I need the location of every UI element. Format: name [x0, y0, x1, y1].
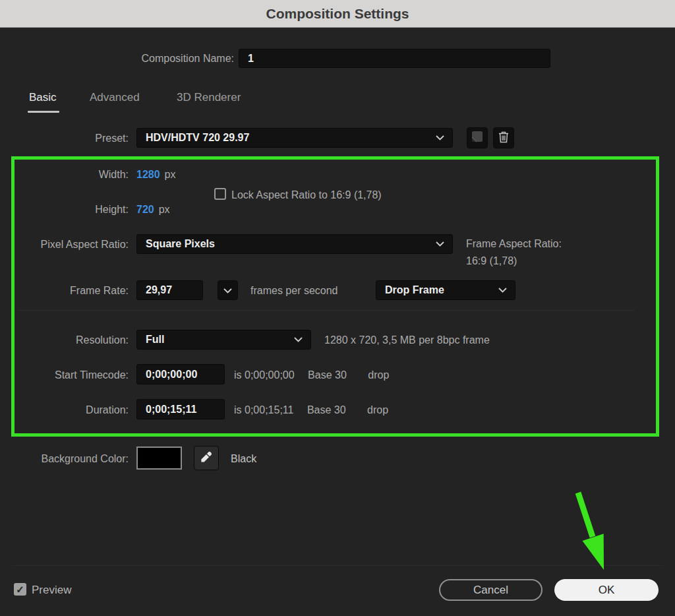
- frame-rate-value: 29,97: [137, 284, 172, 296]
- lock-aspect-ratio-checkbox[interactable]: [214, 188, 226, 200]
- duration-input[interactable]: 0;00;15;11: [136, 399, 225, 419]
- start-timecode-value: 0;00;00;00: [137, 369, 197, 381]
- frame-rate-label: Frame Rate:: [0, 284, 129, 298]
- width-value-field[interactable]: 1280px: [136, 168, 176, 182]
- background-color-label: Background Color:: [0, 452, 129, 466]
- lock-aspect-ratio-label: Lock Aspect Ratio to 16:9 (1,78): [231, 188, 382, 202]
- chevron-down-icon: [498, 288, 507, 293]
- ok-button[interactable]: OK: [554, 579, 659, 601]
- frame-aspect-ratio-value: 16:9 (1,78): [466, 253, 562, 270]
- drop-frame-value: Drop Frame: [376, 284, 444, 296]
- save-preset-button[interactable]: [467, 127, 488, 148]
- height-value-field[interactable]: 720px: [136, 202, 170, 217]
- frame-rate-input[interactable]: 29,97: [136, 280, 203, 300]
- width-unit: px: [165, 169, 176, 180]
- frame-aspect-ratio-label: Frame Aspect Ratio:: [466, 235, 562, 253]
- tab-advanced[interactable]: Advanced: [90, 91, 140, 104]
- chevron-down-icon: [436, 135, 444, 140]
- drop-frame-dropdown[interactable]: Drop Frame: [376, 280, 515, 300]
- composition-name-value: 1: [239, 53, 254, 65]
- duration-base: Base 30: [307, 404, 346, 416]
- eyedropper-icon: [200, 450, 213, 466]
- height-unit: px: [159, 204, 170, 215]
- background-color-name: Black: [231, 452, 256, 466]
- tab-3d-renderer[interactable]: 3D Renderer: [177, 91, 241, 104]
- tab-basic-underline: [28, 111, 59, 113]
- start-timecode-is: is 0;00;00;00: [234, 369, 295, 381]
- composition-settings-dialog: Composition Settings Composition Name: 1…: [0, 0, 675, 616]
- height-label: Height:: [0, 202, 129, 217]
- section-divider: [18, 310, 634, 311]
- dialog-title: Composition Settings: [266, 6, 409, 22]
- start-timecode-base: Base 30: [308, 369, 347, 381]
- chevron-down-icon: [223, 284, 232, 296]
- frames-per-second-label: frames per second: [250, 284, 338, 298]
- preview-label: Preview: [32, 583, 71, 598]
- composition-name-label: Composition Name:: [0, 51, 234, 66]
- duration-label: Duration:: [0, 403, 129, 417]
- check-icon: ✓: [16, 584, 24, 596]
- save-preset-icon: [471, 131, 483, 145]
- composition-name-input[interactable]: 1: [239, 49, 550, 68]
- frame-rate-preset-button[interactable]: [218, 280, 238, 300]
- preset-dropdown[interactable]: HDV/HDTV 720 29.97: [136, 128, 453, 148]
- resolution-label: Resolution:: [0, 333, 129, 348]
- frame-aspect-ratio-info: Frame Aspect Ratio: 16:9 (1,78): [466, 235, 562, 270]
- dialog-titlebar[interactable]: Composition Settings: [0, 0, 675, 28]
- preview-checkbox[interactable]: ✓: [14, 583, 26, 596]
- duration-value: 0;00;15;11: [137, 404, 196, 416]
- eyedropper-button[interactable]: [194, 446, 219, 470]
- width-label: Width:: [0, 168, 129, 182]
- duration-info: is 0;00;15;11 Base 30 drop: [234, 403, 388, 417]
- preset-label: Preset:: [0, 131, 129, 146]
- duration-is: is 0;00;15;11: [234, 404, 293, 416]
- width-value[interactable]: 1280: [136, 169, 160, 180]
- chevron-down-icon: [436, 241, 444, 247]
- pixel-aspect-ratio-value: Square Pixels: [137, 238, 215, 250]
- chevron-down-icon: [294, 337, 303, 342]
- resolution-info: 1280 x 720, 3,5 MB per 8bpc frame: [324, 333, 490, 348]
- cancel-button[interactable]: Cancel: [439, 579, 543, 601]
- preset-value: HDV/HDTV 720 29.97: [137, 132, 249, 144]
- pixel-aspect-ratio-label: Pixel Aspect Ratio:: [0, 237, 129, 252]
- tab-basic[interactable]: Basic: [29, 91, 57, 104]
- pixel-aspect-ratio-dropdown[interactable]: Square Pixels: [136, 234, 453, 254]
- trash-icon: [498, 131, 510, 146]
- background-color-swatch[interactable]: [136, 447, 182, 470]
- start-timecode-drop: drop: [368, 369, 389, 381]
- ok-button-label: OK: [599, 584, 615, 597]
- start-timecode-info: is 0;00;00;00 Base 30 drop: [234, 368, 389, 383]
- resolution-value: Full: [137, 334, 164, 346]
- start-timecode-input[interactable]: 0;00;00;00: [136, 364, 225, 385]
- cancel-button-label: Cancel: [473, 584, 508, 597]
- duration-drop: drop: [367, 404, 388, 416]
- height-value[interactable]: 720: [136, 204, 154, 215]
- start-timecode-label: Start Timecode:: [0, 368, 129, 383]
- resolution-dropdown[interactable]: Full: [136, 330, 311, 350]
- footer-divider: [12, 565, 663, 566]
- delete-preset-button[interactable]: [493, 127, 514, 148]
